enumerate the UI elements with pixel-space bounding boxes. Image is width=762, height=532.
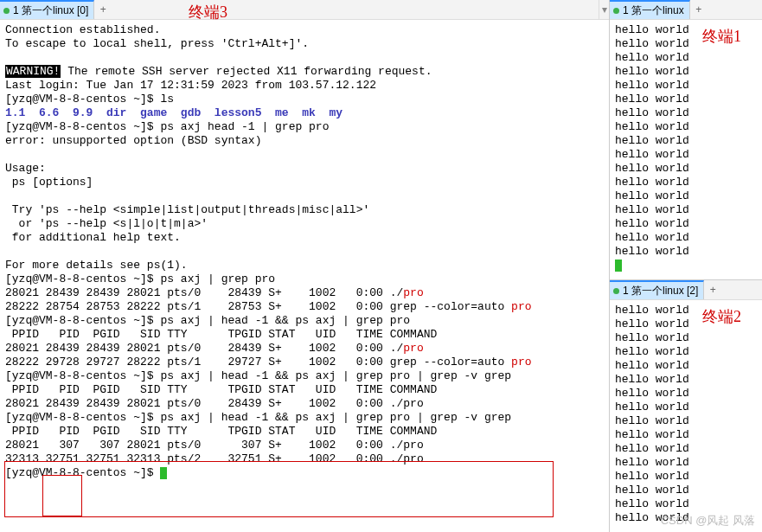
tab-label: 1 第一个linux [0] — [13, 3, 88, 18]
tab-menu-icon[interactable]: ▾ — [599, 0, 609, 19]
status-dot-icon — [3, 8, 10, 14]
cursor-icon — [160, 467, 167, 479]
tab-label: 1 第一个linux [2] — [623, 284, 698, 298]
right-top-pane: 1 第一个linux + hello world hello world hel… — [610, 0, 762, 279]
status-dot-icon — [613, 8, 619, 14]
left-pane: 1 第一个linux [0] + ▾ Connection establishe… — [0, 0, 610, 532]
right-tabbar-2: 1 第一个linux [2] + — [610, 280, 762, 300]
add-tab-button[interactable]: + — [690, 0, 708, 19]
status-dot-icon — [613, 288, 619, 294]
terminal-2[interactable]: hello world hello world hello world hell… — [610, 300, 762, 532]
add-tab-button[interactable]: + — [94, 0, 112, 19]
tab-label: 1 第一个linux — [623, 3, 684, 18]
right-bot-pane: 1 第一个linux [2] + hello world hello world… — [610, 279, 762, 532]
tab-linux-2[interactable]: 1 第一个linux [2] — [610, 280, 704, 299]
terminal-1[interactable]: hello world hello world hello world hell… — [610, 20, 762, 279]
tab-linux-1[interactable]: 1 第一个linux — [610, 0, 690, 19]
left-tabbar: 1 第一个linux [0] + ▾ — [0, 0, 609, 20]
terminal-3[interactable]: Connection established. To escape to loc… — [0, 20, 609, 532]
right-pane: 1 第一个linux + hello world hello world hel… — [610, 0, 762, 532]
add-tab-button[interactable]: + — [704, 280, 721, 299]
right-tabbar-1: 1 第一个linux + — [610, 0, 762, 20]
tab-linux-0[interactable]: 1 第一个linux [0] — [0, 0, 94, 19]
